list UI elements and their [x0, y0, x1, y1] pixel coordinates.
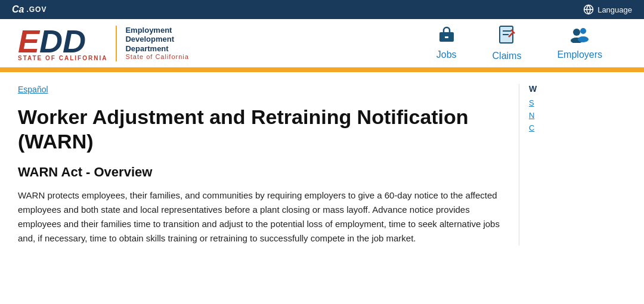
ca-script-top: Ca	[12, 4, 24, 15]
language-label: Language	[597, 5, 632, 14]
section-heading: WARN Act - Overview	[18, 165, 513, 180]
sidebar-link-1[interactable]: S	[529, 98, 626, 107]
employers-label: Employers	[557, 49, 602, 60]
logo-area: E DD State of California Employment Deve…	[18, 25, 189, 61]
edd-e-letter: E	[18, 25, 39, 57]
page-title: Worker Adjustment and Retraining Notific…	[18, 105, 513, 154]
claims-icon	[498, 25, 516, 48]
sidebar-link-3[interactable]: C	[529, 123, 626, 132]
language-selector[interactable]: Language	[583, 4, 632, 15]
nav-item-claims[interactable]: Claims	[493, 25, 522, 61]
logo-divider	[116, 26, 117, 61]
site-header: E DD State of California Employment Deve…	[0, 19, 644, 70]
main-nav: Jobs Claims	[436, 25, 626, 61]
nav-item-jobs[interactable]: Jobs	[436, 26, 457, 60]
nav-item-employers[interactable]: Employers	[557, 26, 602, 60]
espanol-link[interactable]: Español	[18, 85, 48, 94]
employers-icon	[569, 26, 590, 47]
svg-point-7	[573, 29, 580, 36]
sidebar-link-2[interactable]: N	[529, 111, 626, 120]
globe-icon	[583, 4, 594, 15]
gov-bar: Ca .GOV Language	[0, 0, 644, 19]
main-content: Español Worker Adjustment and Retraining…	[0, 72, 644, 258]
briefcase-icon	[437, 26, 456, 47]
jobs-label: Jobs	[436, 49, 457, 60]
sidebar-links: S N C	[529, 98, 626, 132]
svg-point-8	[580, 28, 586, 34]
state-of-california: State of California	[18, 55, 107, 61]
gov-label-top: .GOV	[26, 5, 47, 14]
edd-logo[interactable]: E DD State of California Employment Deve…	[18, 25, 189, 61]
sidebar-title: W	[529, 84, 626, 94]
svg-point-10	[578, 36, 589, 42]
claims-label: Claims	[493, 51, 522, 61]
svg-rect-3	[445, 36, 448, 38]
dept-name-block: Employment Development Department State …	[125, 26, 188, 61]
content-left: Español Worker Adjustment and Retraining…	[18, 84, 513, 246]
content-sidebar: W S N C	[519, 84, 626, 246]
ca-gov-top-logo: Ca .GOV	[12, 4, 47, 15]
body-text: WARN protects employees, their families,…	[18, 188, 513, 246]
edd-dd-letters: DD	[39, 25, 86, 57]
